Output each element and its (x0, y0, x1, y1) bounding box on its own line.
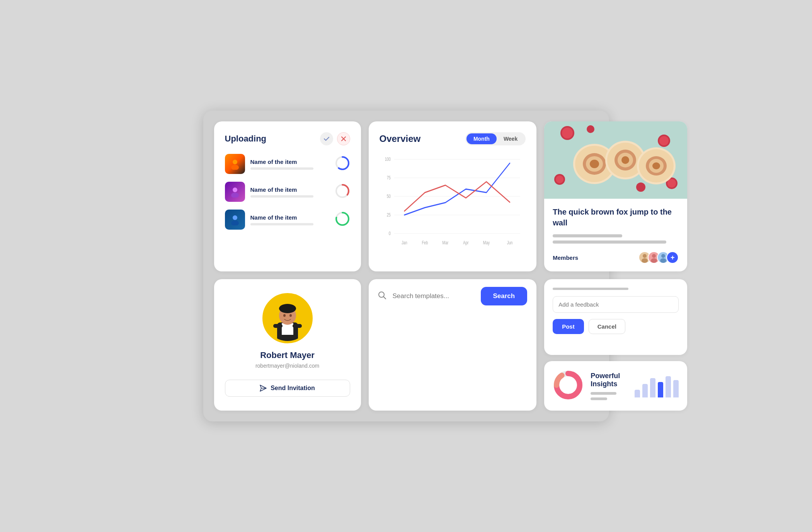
feedback-buttons: Post Cancel (553, 319, 679, 334)
svg-line-74 (383, 297, 386, 299)
svg-point-60 (661, 254, 665, 258)
search-card: Search (369, 279, 537, 411)
upload-title: Uploading (225, 134, 267, 144)
avatars-group: + (638, 251, 679, 264)
search-input[interactable] (393, 292, 475, 300)
thumb-3 (225, 210, 245, 230)
svg-point-56 (643, 254, 647, 258)
upload-card: Uploading Name of the item (214, 121, 361, 271)
profile-name: Robert Mayer (260, 350, 315, 360)
svg-point-59 (651, 258, 657, 263)
bar-5 (666, 376, 671, 397)
avatar-add-button[interactable]: + (666, 251, 679, 264)
svg-text:Mar: Mar (442, 240, 448, 246)
insights-info: Powerful Insights (591, 372, 628, 400)
svg-point-55 (652, 162, 660, 169)
upload-item-2: Name of the item (225, 182, 350, 202)
bar-3 (650, 378, 655, 397)
main-grid: Uploading Name of the item (214, 121, 598, 411)
bar-4 (658, 382, 663, 397)
svg-rect-64 (282, 323, 293, 335)
upload-item-name-3: Name of the item (250, 214, 329, 221)
svg-point-10 (233, 215, 237, 220)
profile-avatar-wrapper (262, 293, 313, 343)
article-footer: Members + (553, 251, 679, 264)
progress-ring-1 (335, 155, 350, 172)
overview-header: Overview Month Week (380, 132, 526, 145)
article-image (544, 121, 687, 199)
svg-text:Jan: Jan (402, 240, 407, 246)
svg-point-67 (283, 314, 286, 317)
svg-text:May: May (483, 240, 490, 246)
svg-text:Feb: Feb (422, 240, 428, 246)
overview-card: Overview Month Week 100 75 50 (369, 121, 537, 271)
bar-2 (642, 384, 648, 397)
profile-card: Robert Mayer robertmayer@nioland.com Sen… (214, 279, 361, 411)
upload-bar-1 (250, 167, 313, 170)
upload-bar-3 (250, 223, 313, 225)
progress-ring-2 (335, 183, 350, 200)
svg-point-32 (562, 128, 573, 138)
profile-email: robertmayer@nioland.com (255, 363, 319, 369)
insights-bar-2 (591, 397, 607, 400)
upload-confirm-button[interactable] (320, 132, 333, 145)
svg-point-11 (231, 220, 239, 225)
upload-header: Uploading (225, 132, 350, 145)
members-label: Members (553, 254, 578, 261)
progress-ring-3 (335, 211, 350, 228)
svg-point-39 (587, 125, 594, 133)
bar-1 (635, 390, 640, 397)
svg-text:100: 100 (385, 157, 390, 162)
upload-item-3: Name of the item (225, 210, 350, 230)
svg-point-38 (667, 179, 676, 188)
upload-info-3: Name of the item (250, 214, 329, 225)
feedback-input[interactable] (553, 296, 679, 313)
svg-point-40 (636, 182, 645, 192)
main-wrapper: Uploading Name of the item (203, 111, 609, 421)
svg-text:Jun: Jun (507, 240, 512, 246)
svg-point-68 (289, 314, 292, 317)
send-invitation-button[interactable]: Send Invitation (225, 380, 350, 397)
overview-title: Overview (380, 133, 421, 144)
bottom-right-section: Post Cancel Powerful I (544, 279, 687, 411)
donut-chart (553, 370, 584, 402)
upload-info-1: Name of the item (250, 159, 329, 170)
article-bar-1 (553, 234, 622, 237)
article-body: The quick brown fox jump to the wall Mem… (544, 199, 687, 271)
post-button[interactable]: Post (553, 319, 584, 334)
search-inner: Search (378, 287, 528, 305)
bar-chart (635, 374, 679, 397)
article-title: The quick brown fox jump to the wall (553, 206, 679, 228)
upload-cancel-button[interactable] (337, 132, 350, 145)
svg-point-6 (233, 188, 237, 192)
profile-avatar (265, 295, 310, 341)
search-icon (378, 291, 386, 302)
bar-6 (673, 380, 679, 397)
svg-point-45 (590, 160, 599, 168)
thumb-1 (225, 154, 245, 174)
upload-item-name-1: Name of the item (250, 159, 329, 165)
tab-month[interactable]: Month (466, 133, 497, 144)
svg-text:75: 75 (386, 175, 390, 181)
svg-rect-70 (293, 324, 302, 328)
upload-actions (320, 132, 350, 145)
upload-item-name-2: Name of the item (250, 186, 329, 193)
tab-group: Month Week (465, 132, 526, 145)
svg-point-61 (660, 258, 666, 263)
svg-point-50 (621, 156, 629, 164)
invite-btn-label: Send Invitation (271, 385, 315, 392)
svg-text:25: 25 (386, 212, 390, 218)
feedback-card: Post Cancel (544, 279, 687, 355)
svg-rect-69 (273, 324, 283, 328)
tab-week[interactable]: Week (497, 133, 524, 144)
search-button[interactable]: Search (481, 287, 528, 305)
insights-bar-1 (591, 392, 616, 395)
svg-text:0: 0 (388, 231, 390, 236)
svg-point-2 (233, 160, 237, 164)
upload-item-1: Name of the item (225, 154, 350, 174)
feedback-bar (553, 288, 628, 290)
insights-title: Powerful Insights (591, 372, 628, 388)
insights-card: Powerful Insights (544, 361, 687, 411)
svg-point-7 (231, 193, 239, 198)
cancel-button[interactable]: Cancel (589, 319, 625, 334)
